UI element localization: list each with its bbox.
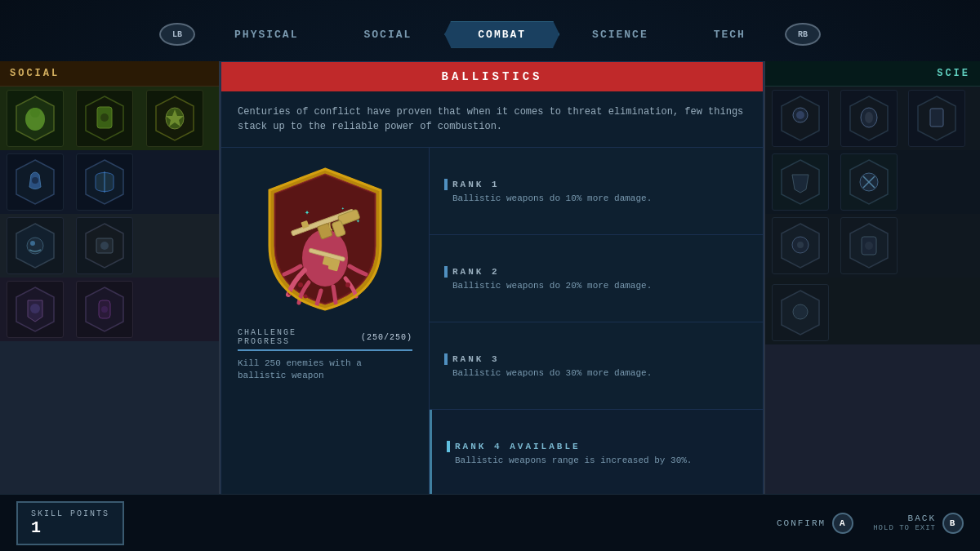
svg-point-39: [797, 242, 804, 248]
challenge-progress-value: (250/250): [361, 333, 412, 342]
tab-tech[interactable]: TECH: [681, 22, 778, 47]
tab-physical[interactable]: PHYSICAL: [202, 22, 331, 47]
rank-4-label: RANK 4 AVAILABLE: [447, 441, 748, 452]
ranks-area: RANK 1 Ballistic weapons do 10% more dam…: [430, 148, 763, 497]
svg-point-2: [30, 108, 40, 118]
social-badge-1[interactable]: [7, 90, 64, 147]
left-panel-label: SOCIAL: [0, 61, 219, 87]
tab-social[interactable]: SOCIAL: [331, 22, 444, 47]
social-badge-2[interactable]: [76, 90, 133, 147]
confirm-button[interactable]: A: [832, 513, 853, 534]
svg-point-42: [865, 242, 873, 250]
svg-text:✦: ✦: [341, 206, 345, 211]
rank-1-desc: Ballistic weapons do 10% more damage.: [444, 193, 748, 203]
left-panel: SOCIAL: [0, 61, 220, 494]
rb-button[interactable]: RB: [785, 23, 821, 46]
science-skill-row-4: [765, 278, 980, 344]
challenge-bar: [238, 349, 412, 351]
svg-rect-31: [930, 109, 943, 127]
skill-header: BALLISTICS: [221, 62, 763, 91]
bottom-right-actions: CONFIRM A BACK HOLD TO EXIT B: [777, 513, 964, 534]
svg-text:✦: ✦: [356, 217, 360, 224]
rank-3-item[interactable]: RANK 3 Ballistic weapons do 30% more dam…: [430, 322, 763, 410]
svg-text:✦: ✦: [305, 208, 310, 217]
svg-point-44: [793, 304, 808, 319]
skill-points-label: SKILL POINTS: [31, 509, 109, 518]
rank-4-desc: Ballistic weapons range is increased by …: [447, 455, 748, 465]
bottom-back-sub: HOLD TO EXIT: [873, 524, 936, 532]
right-panel-label: SCIE: [765, 61, 980, 87]
confirm-label: CONFIRM: [777, 518, 826, 528]
rank-2-item[interactable]: RANK 2 Ballistic weapons do 20% more dam…: [430, 235, 763, 322]
svg-point-15: [30, 241, 35, 246]
science-badge-2[interactable]: [840, 90, 898, 147]
svg-point-29: [865, 112, 873, 123]
svg-point-23: [101, 306, 108, 313]
svg-point-26: [796, 111, 804, 119]
social-badge-3[interactable]: [146, 90, 203, 147]
science-badge-3[interactable]: [908, 90, 965, 147]
lb-button[interactable]: LB: [159, 23, 195, 46]
social-skill-row-1: [0, 87, 219, 150]
science-badge-8[interactable]: [772, 284, 829, 341]
science-badge-6[interactable]: [772, 217, 829, 274]
bottom-back-label: BACK: [873, 513, 936, 523]
challenge-title: CHALLENGE PROGRESS (250/250): [238, 328, 412, 346]
social-badge-7[interactable]: [76, 217, 133, 274]
challenge-text: Kill 250 enemies with a ballistic weapon: [238, 358, 412, 383]
rank-1-label: RANK 1: [444, 179, 748, 190]
bottom-back-button[interactable]: B: [942, 513, 964, 534]
tab-navigation: LB PHYSICAL SOCIAL COMBAT SCIENCE TECH R…: [0, 16, 980, 52]
svg-point-10: [32, 177, 38, 184]
social-badge-8[interactable]: [7, 281, 64, 338]
confirm-action[interactable]: CONFIRM A: [777, 513, 853, 534]
skill-points-value: 1: [31, 518, 109, 537]
svg-point-46: [298, 282, 303, 287]
svg-point-20: [30, 304, 40, 313]
social-badge-6[interactable]: [7, 217, 64, 274]
tab-science[interactable]: SCIENCE: [559, 22, 681, 47]
science-badge-7[interactable]: [840, 217, 898, 274]
svg-point-47: [304, 295, 308, 299]
bottom-back-action[interactable]: BACK HOLD TO EXIT B: [873, 513, 964, 534]
rank-3-desc: Ballistic weapons do 30% more damage.: [444, 368, 748, 378]
right-panel: SCIE: [764, 61, 980, 494]
content-area: ✦ ✦ ✦ CHALLENGE PROGRESS (250/250) Kill …: [221, 148, 763, 497]
challenge-section: CHALLENGE PROGRESS (250/250) Kill 250 en…: [229, 328, 421, 383]
science-skill-row-1: [765, 87, 980, 150]
challenge-bar-fill: [238, 349, 412, 351]
rank-2-desc: Ballistic weapons do 20% more damage.: [444, 281, 748, 291]
bottom-bar: SKILL POINTS 1 CONFIRM A BACK HOLD TO EX…: [0, 494, 980, 551]
svg-point-5: [100, 113, 109, 122]
bottom-back-group: BACK HOLD TO EXIT: [873, 513, 936, 532]
rank-3-label: RANK 3: [444, 353, 748, 365]
social-skill-row-3: [0, 214, 219, 278]
rank-3-icon: [444, 353, 448, 365]
skill-points-box: SKILL POINTS 1: [16, 501, 124, 545]
rank-4-item[interactable]: RANK 4 AVAILABLE Ballistic weapons range…: [430, 410, 763, 497]
main-skill-badge: ✦ ✦ ✦: [260, 164, 390, 315]
social-skill-row-2: [0, 150, 219, 214]
science-skill-row-3: [765, 214, 980, 278]
svg-point-48: [345, 282, 350, 287]
main-content: BALLISTICS Centuries of conflict have pr…: [220, 61, 764, 494]
badge-area: ✦ ✦ ✦ CHALLENGE PROGRESS (250/250) Kill …: [221, 148, 430, 497]
rank-4-icon: [447, 441, 450, 452]
skill-description: Centuries of conflict have proven that w…: [221, 91, 763, 148]
tab-combat[interactable]: COMBAT: [444, 21, 559, 48]
rank-2-icon: [444, 266, 448, 278]
social-badge-9[interactable]: [76, 281, 133, 338]
science-badge-4[interactable]: [772, 153, 829, 211]
rank-2-label: RANK 2: [444, 266, 748, 278]
science-skill-row-2: [765, 150, 980, 214]
rank-1-item[interactable]: RANK 1 Ballistic weapons do 10% more dam…: [430, 148, 763, 235]
rank-1-icon: [444, 179, 448, 190]
svg-point-18: [100, 242, 109, 250]
science-badge-5[interactable]: [840, 153, 898, 211]
social-badge-5[interactable]: [76, 153, 133, 211]
social-badge-4[interactable]: [7, 153, 64, 211]
social-skill-row-4: [0, 278, 219, 341]
science-badge-1[interactable]: [772, 90, 829, 147]
